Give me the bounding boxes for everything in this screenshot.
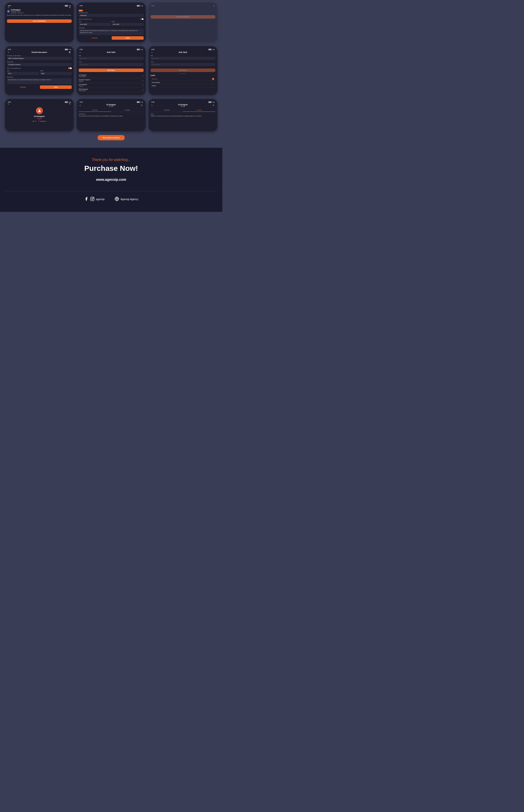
svg-point-2 [92, 198, 93, 200]
share-button[interactable]: ✎ [141, 104, 143, 107]
job-title: UI Designer [107, 104, 116, 106]
start-input[interactable]: June 2020 [79, 23, 111, 26]
skill-input[interactable]: Enter Skill [79, 57, 143, 60]
back-button[interactable]: ‹ [80, 104, 80, 107]
back-button[interactable]: ‹ [8, 102, 9, 105]
trash-icon[interactable]: 🗑 [142, 80, 144, 81]
level-checkbox [212, 78, 214, 80]
finish-input[interactable]: Dec 2020 [112, 23, 144, 26]
university-field: University / School Name SMK Cendekia Ba… [7, 55, 72, 60]
edit-button[interactable]: ✎ [69, 103, 71, 105]
status-time: 9:41 [152, 5, 154, 6]
status-time: 9:41 [80, 49, 83, 50]
university-input[interactable]: SMK Cendekia Bangsa [7, 57, 72, 60]
status-time: 9:41 [8, 49, 11, 50]
skill-info: UI Designer Intermediate [79, 74, 86, 77]
share-button-2[interactable]: ✎ [213, 104, 214, 107]
level-label: Level [151, 61, 215, 63]
education-toggle-label: This is my education now [7, 67, 21, 69]
study-field-field: Study Field Computer Science [7, 61, 72, 66]
add-experience-button-dim: ADD EXPERIENCE [151, 15, 215, 19]
finish-field: Finish Dec 2020 [112, 21, 144, 26]
status-bar-4: 9:41 ▋▋▋ ≋ ▮ [7, 49, 72, 50]
agency-name: Agensip Agency [120, 198, 138, 201]
wifi-icon: ≋ [212, 49, 213, 50]
profile-title: Dribbble [37, 118, 42, 120]
skill-level: Intermediate [79, 90, 88, 91]
screen-title: Edit Skill [179, 51, 187, 53]
level-expert-label: Expert [152, 85, 156, 86]
status-icons: ▋▋▋ ≋ ▮ [137, 101, 143, 103]
university-label: University / School Name [7, 55, 72, 57]
back-button[interactable]: ‹ [152, 51, 152, 54]
description-textarea-edu[interactable]: My education is as a high school student… [7, 78, 72, 84]
company-name-label: Company Name [79, 12, 143, 13]
study-field-input[interactable]: Computer Science [7, 63, 72, 66]
job-company-2: Dribbble [178, 106, 188, 107]
trash-icon[interactable]: 🗑 [142, 89, 144, 91]
add-skill-button[interactable]: ADD SKILL [79, 68, 143, 72]
footer-agency: Agensip Agency [115, 197, 138, 202]
company-name-input[interactable]: Facebook [79, 14, 143, 17]
position-toggle[interactable] [140, 18, 144, 20]
back-button[interactable]: ‹ [8, 51, 9, 54]
status-icons: ▋▋▋ ≋ ▮ [209, 49, 214, 50]
edit-button[interactable]: ✎ [69, 6, 71, 9]
signal-icon: ▋▋▋ [65, 49, 68, 50]
signal-icon: ▋▋▋ [65, 101, 68, 103]
delete-button[interactable]: 🗑 [69, 51, 71, 53]
more-screens-button[interactable]: And more screens [98, 135, 125, 140]
screen-title: Detail Education [32, 51, 47, 53]
job-company: Dribbble [107, 106, 116, 107]
phone-experience-edit: 9:41 ▋▋▋ ≋ ▮ Intern Company Name Faceboo… [77, 2, 145, 42]
tab-job-detail-2[interactable]: Job Detail [151, 109, 183, 112]
phone-header-5: ‹ Edit Skill [79, 51, 143, 53]
footer-social: agensip [84, 197, 105, 202]
level-beginner[interactable]: Beginner [151, 77, 215, 81]
back-button[interactable]: ‹ [80, 51, 80, 54]
phone-level-select: 9:41 ▋▋▋ ≋ ▮ ‹ Edit Skill Skill Enter Sk… [149, 46, 217, 95]
level-field-dim: Level Select Level [151, 61, 215, 66]
cancel-button[interactable]: CANCEL [79, 36, 111, 40]
skill-item-ux: UX Designer Beginner 🗑 [79, 83, 143, 87]
svg-point-3 [93, 198, 94, 198]
description-textarea[interactable]: My job during my internship at this plac… [79, 29, 143, 35]
divider [179, 74, 186, 74]
battery-icon: ▮ [142, 101, 143, 103]
back-button[interactable]: ‹ [8, 6, 9, 9]
study-field-label: Study Field [7, 61, 72, 63]
jobs-stat: 💼 60 [33, 121, 36, 122]
tab-job-detail[interactable]: Job Detail [79, 109, 111, 112]
battery-icon: ▮ [142, 5, 143, 6]
cancel-button-edu[interactable]: CANCEL [7, 85, 39, 89]
finish-field-edu: Finish 2020 [40, 70, 72, 75]
start-input-edu[interactable]: 2017 [7, 72, 39, 75]
date-row: Start June 2020 Finish Dec 2020 [79, 21, 143, 27]
job-title-wrap: UI Designer Dribbble [107, 104, 116, 107]
tab-company-2[interactable]: Company [183, 109, 215, 112]
skill-level: Beginner [79, 85, 87, 87]
level-input[interactable]: Select Level [79, 63, 143, 66]
more-screens-wrap: And more screens [5, 135, 217, 140]
trash-icon[interactable]: 🗑 [142, 84, 144, 86]
level-expert[interactable]: Expert [151, 84, 215, 87]
start-field-edu: Start 2017 [7, 70, 39, 75]
signal-icon: ▋▋▋ [137, 5, 140, 6]
status-bar-6: 9:41 ▋▋▋ ≋ ▮ [151, 49, 215, 50]
signal-icon: ▋▋▋ [65, 5, 68, 6]
save-button-edu[interactable]: SAVE [40, 85, 72, 89]
wifi-icon: ≋ [68, 49, 69, 50]
status-time: 9:41 [80, 5, 83, 6]
level-section-label: Level [151, 75, 215, 76]
tab-company[interactable]: Company [111, 109, 144, 112]
back-button[interactable]: ‹ [152, 104, 152, 107]
location-icon: 📍 [38, 121, 39, 122]
position-toggle-label: This is my position now [79, 18, 92, 20]
save-button[interactable]: SAVE [112, 36, 144, 40]
add-experience-button[interactable]: ADD EXPERIENCE [7, 19, 72, 23]
finish-input-edu[interactable]: 2020 [40, 72, 72, 75]
education-toggle[interactable] [68, 67, 72, 69]
level-intermediate[interactable]: Intermediate [151, 81, 215, 84]
trash-icon[interactable]: 🗑 [142, 75, 144, 77]
phone-profile: 9:41 ▋▋▋ ≋ ▮ ‹ ✎ UI Designer [5, 99, 74, 131]
